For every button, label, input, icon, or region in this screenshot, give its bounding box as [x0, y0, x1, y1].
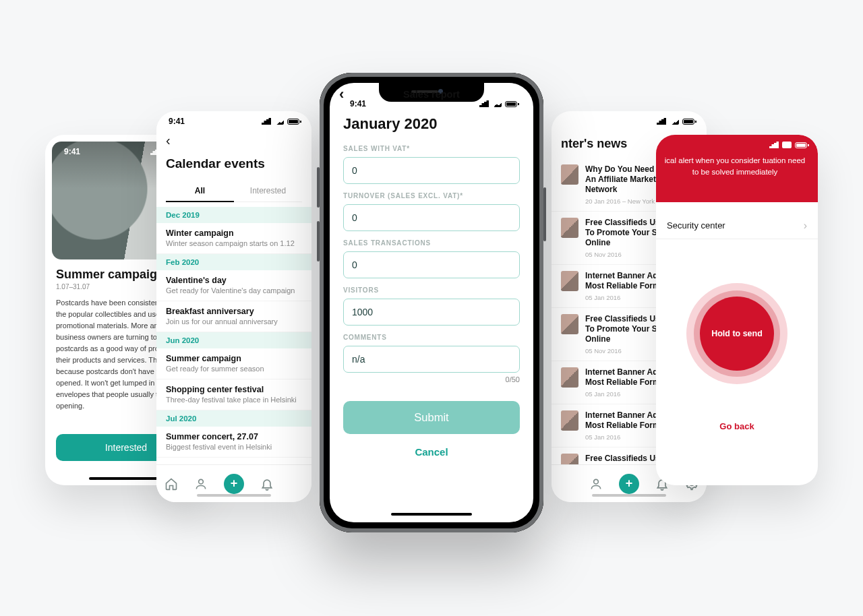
security-center-label: Security center: [667, 220, 725, 230]
report-month: January 2020: [343, 115, 520, 133]
section-header: Dec 2019: [156, 207, 311, 223]
go-back-button[interactable]: Go back: [656, 421, 818, 431]
news-thumb: [561, 218, 578, 238]
profile-icon[interactable]: [589, 477, 603, 491]
alert-text: ical alert when you consider tuation nee…: [665, 156, 805, 176]
add-button[interactable]: +: [619, 474, 639, 494]
event-subtitle: Three-day festival take place in Helsink…: [166, 396, 302, 404]
emergency-card: ical alert when you consider tuation nee…: [656, 135, 818, 485]
tabs: All Interested: [166, 181, 302, 202]
input-visitors[interactable]: [343, 299, 520, 326]
section-header: Jul 2020: [156, 410, 311, 427]
event-item[interactable]: Breakfast anniversaryJoin us for our ann…: [156, 301, 311, 332]
event-title: Summer campaign: [166, 354, 302, 363]
home-indicator: [89, 477, 163, 480]
status-bar: 9:41: [156, 111, 311, 131]
label-visitors: VISITORS: [343, 286, 520, 294]
event-subtitle: Winter season campaign starts on 1.12: [166, 239, 302, 247]
event-title: Winter campaign: [166, 228, 302, 238]
tab-all[interactable]: All: [166, 181, 234, 202]
news-thumb: [561, 367, 578, 388]
sales-form: January 2020 SALES WITH VAT* TURNOVER (S…: [330, 106, 533, 467]
tab-interested[interactable]: Interested: [234, 181, 302, 202]
event-item[interactable]: Shopping center festivalThree-day festiv…: [156, 379, 311, 410]
hold-to-send-button[interactable]: Hold to send: [700, 297, 774, 371]
input-transactions[interactable]: [343, 251, 520, 278]
hold-button-wrap: Hold to send: [656, 283, 818, 384]
home-icon[interactable]: [165, 477, 178, 491]
event-subtitle: Biggest festival event in Helsinki: [166, 443, 302, 451]
svg-point-1: [594, 479, 599, 484]
event-title: Shopping center festival: [166, 385, 302, 394]
phone-mockup: 9:41 ‹ Sales report January 2020 SALES W…: [320, 73, 543, 532]
top-bar: ‹ Sales report: [330, 83, 533, 106]
news-thumb: [561, 164, 578, 185]
event-title: Valentine's day: [166, 276, 302, 285]
input-sales-vat[interactable]: [343, 157, 520, 184]
section-header: Jun 2020: [156, 332, 311, 348]
clock: 9:41: [64, 147, 80, 156]
calendar-card: 9:41 ‹ Calendar events All Interested De…: [156, 111, 311, 502]
event-item[interactable]: Summer campaignGet ready for summer seas…: [156, 348, 311, 379]
status-icons: [769, 142, 807, 148]
bell-icon[interactable]: [260, 477, 274, 491]
clock: 9:41: [564, 117, 580, 126]
back-icon[interactable]: ‹: [166, 130, 302, 155]
calendar-title: Calendar events: [166, 156, 302, 171]
news-thumb: [561, 271, 578, 291]
section-header: Feb 2020: [156, 254, 311, 270]
label-sales-vat: SALES WITH VAT*: [343, 145, 520, 152]
input-comments[interactable]: [343, 346, 520, 373]
security-center-row[interactable]: Security center ›: [656, 212, 818, 239]
char-counter: 0/50: [343, 375, 520, 383]
page-title: Sales report: [403, 89, 460, 100]
home-indicator: [197, 494, 271, 497]
event-subtitle: Join us for our annual anniversary: [166, 317, 302, 326]
add-button[interactable]: +: [224, 474, 244, 494]
event-item[interactable]: Summer concert, 27.07Biggest festival ev…: [156, 427, 311, 458]
event-subtitle: Get ready for Valentine's day campaign: [166, 286, 302, 295]
cancel-button[interactable]: Cancel: [343, 434, 520, 467]
news-thumb: [561, 314, 578, 334]
event-subtitle: Get ready for summer season: [166, 365, 302, 373]
profile-icon[interactable]: [194, 477, 208, 491]
home-indicator: [592, 494, 666, 497]
label-turnover: TURNOVER (SALES EXCL. VAT)*: [343, 192, 520, 199]
back-icon[interactable]: ‹: [339, 86, 344, 103]
chevron-right-icon: ›: [804, 220, 807, 232]
phone-screen: 9:41 ‹ Sales report January 2020 SALES W…: [330, 83, 533, 522]
news-thumb: [561, 410, 578, 431]
status-bar: [656, 135, 818, 155]
event-title: Breakfast anniversary: [166, 307, 302, 316]
svg-point-0: [199, 479, 204, 484]
label-transactions: SALES TRANSACTIONS: [343, 239, 520, 247]
clock: 9:41: [169, 117, 185, 126]
event-item[interactable]: Winter campaignWinter season campaign st…: [156, 223, 311, 254]
label-comments: COMMENTS: [343, 334, 520, 341]
event-item[interactable]: Valentine's dayGet ready for Valentine's…: [156, 270, 311, 301]
input-turnover[interactable]: [343, 204, 520, 231]
event-list[interactable]: Dec 2019Winter campaignWinter season cam…: [156, 207, 311, 464]
alert-banner: ical alert when you consider tuation nee…: [656, 135, 818, 202]
news-thumb: [561, 454, 578, 464]
status-bar: 9:41: [552, 111, 707, 131]
home-indicator: [391, 513, 472, 516]
submit-button[interactable]: Submit: [343, 401, 520, 434]
event-title: Summer concert, 27.07: [166, 432, 302, 441]
